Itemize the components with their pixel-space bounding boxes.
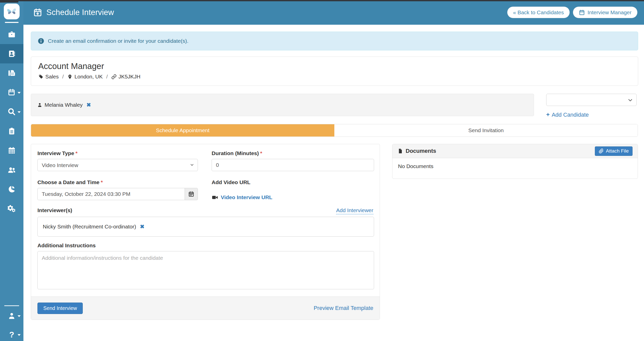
documents-card: Documents Attach File No Documents bbox=[392, 144, 638, 179]
user-icon bbox=[37, 102, 42, 107]
video-url-label: Add Video URL bbox=[212, 179, 250, 185]
datetime-calendar-button[interactable] bbox=[185, 188, 198, 200]
job-card: Account Manager Sales / London, UK / bbox=[31, 57, 638, 86]
send-interview-button[interactable]: Send Interview bbox=[37, 303, 83, 314]
header-buttons: « Back to Candidates Interview Manager bbox=[507, 7, 637, 18]
sidebar-item-tasks[interactable] bbox=[0, 121, 23, 141]
top-strip-corner bbox=[0, 0, 18, 3]
sidebar: ? bbox=[0, 0, 23, 341]
documents-header: Documents Attach File bbox=[392, 144, 638, 158]
form-footer: Send Interview Preview Email Template bbox=[31, 296, 380, 320]
sidebar-item-contacts[interactable] bbox=[0, 160, 23, 180]
tab-send-invitation[interactable]: Send Invitation bbox=[334, 124, 638, 137]
meta-separator: / bbox=[61, 74, 65, 80]
video-camera-icon bbox=[212, 194, 218, 201]
interview-manager-button[interactable]: Interview Manager bbox=[573, 7, 637, 18]
info-alert: Create an email confirmation or invite f… bbox=[31, 32, 638, 50]
meta-separator: / bbox=[105, 74, 109, 80]
job-department: Sales bbox=[38, 74, 59, 80]
chevron-down-icon bbox=[18, 92, 21, 94]
sidebar-item-settings[interactable] bbox=[0, 199, 23, 218]
contact-card-icon bbox=[7, 49, 16, 58]
users-icon bbox=[7, 166, 16, 174]
attach-file-button[interactable]: Attach File bbox=[595, 146, 633, 156]
chevron-down-icon bbox=[18, 334, 21, 336]
interviewer-name: Nicky Smith (Recruitment Co-ordinator) bbox=[43, 224, 136, 230]
butterfly-logo-icon bbox=[4, 4, 20, 19]
instructions-label: Additional Instructions bbox=[37, 242, 96, 249]
briefcase-icon bbox=[7, 30, 16, 39]
info-circle-icon bbox=[38, 38, 44, 44]
selected-candidates-panel: Melania Whaley ✖ bbox=[31, 94, 534, 116]
required-asterisk: * bbox=[101, 179, 103, 185]
documents-title-group: Documents bbox=[398, 148, 436, 154]
top-strip bbox=[0, 0, 644, 1]
job-meta: Sales / London, UK / JK5JKJH bbox=[38, 74, 631, 80]
info-alert-text: Create an email confirmation or invite f… bbox=[48, 38, 188, 44]
calendar-plus-icon bbox=[33, 8, 42, 17]
calendar-icon bbox=[579, 9, 585, 16]
map-marker-icon bbox=[67, 74, 73, 79]
tag-icon bbox=[38, 74, 44, 79]
job-title: Account Manager bbox=[38, 61, 631, 71]
documents-empty-text: No Documents bbox=[392, 158, 638, 174]
interviewer-box[interactable]: Nicky Smith (Recruitment Co-ordinator) ✖ bbox=[37, 217, 374, 237]
chevron-down-icon bbox=[18, 111, 21, 113]
duration-input[interactable] bbox=[212, 159, 374, 171]
calendar-menu-icon bbox=[7, 88, 16, 97]
sidebar-item-jobs[interactable] bbox=[0, 25, 23, 44]
sidebar-divider bbox=[4, 305, 19, 306]
duration-label: Duration (Minutes)* bbox=[212, 150, 262, 156]
link-icon bbox=[111, 74, 117, 79]
chevron-down-icon bbox=[18, 315, 21, 317]
candidate-chip: Melania Whaley ✖ bbox=[37, 102, 91, 108]
plus-icon: + bbox=[546, 111, 550, 118]
sidebar-item-reports[interactable] bbox=[0, 180, 23, 199]
page-title: Schedule Interview bbox=[46, 8, 114, 17]
remove-interviewer-icon[interactable]: ✖ bbox=[140, 224, 144, 230]
interview-type-label: Interview Type* bbox=[37, 150, 78, 156]
instructions-textarea[interactable] bbox=[37, 251, 374, 289]
calendar-icon bbox=[188, 191, 194, 197]
header-title-group: Schedule Interview bbox=[33, 8, 114, 17]
sidebar-item-calendar-menu[interactable] bbox=[0, 83, 23, 102]
preview-email-template-link[interactable]: Preview Email Template bbox=[314, 305, 373, 311]
interviewer-chip: Nicky Smith (Recruitment Co-ordinator) ✖ bbox=[43, 224, 144, 230]
search-menu-icon bbox=[7, 107, 16, 116]
fax-icon bbox=[7, 69, 16, 77]
file-icon bbox=[398, 148, 403, 154]
interview-type-select-wrap: Video Interview bbox=[37, 159, 198, 171]
help-icon: ? bbox=[9, 330, 14, 339]
paperclip-icon bbox=[599, 148, 604, 154]
schedule-interview-page: ? Schedule Interview « Back to Candidate… bbox=[0, 0, 644, 341]
job-reference: JK5JKJH bbox=[111, 74, 140, 80]
candidate-name: Melania Whaley bbox=[45, 102, 83, 108]
sidebar-help-menu[interactable]: ? bbox=[0, 328, 23, 341]
sidebar-item-fax[interactable] bbox=[0, 63, 23, 83]
sidebar-item-calendar[interactable] bbox=[0, 141, 23, 160]
sidebar-user-menu[interactable] bbox=[0, 309, 23, 323]
add-candidate-link[interactable]: + Add Candidate bbox=[546, 111, 589, 118]
user-icon bbox=[8, 312, 16, 320]
datetime-input[interactable] bbox=[37, 188, 185, 200]
datetime-label: Choose a Date and Time* bbox=[37, 179, 103, 185]
app-logo[interactable] bbox=[0, 0, 23, 25]
add-interviewer-link[interactable]: Add Interviewer bbox=[336, 207, 373, 214]
chevron-down-icon bbox=[627, 97, 633, 103]
clipboard-icon bbox=[7, 127, 16, 135]
tab-bar: Schedule Appointment Send Invitation bbox=[31, 124, 638, 137]
sidebar-item-candidates[interactable] bbox=[0, 44, 23, 63]
datetime-input-group bbox=[37, 188, 198, 200]
tab-schedule-appointment[interactable]: Schedule Appointment bbox=[31, 124, 334, 137]
video-interview-url-link[interactable]: Video Interview URL bbox=[212, 194, 272, 201]
interviewers-label: Interviewer(s) bbox=[37, 207, 72, 213]
back-to-candidates-button[interactable]: « Back to Candidates bbox=[507, 7, 570, 18]
candidate-picker-select[interactable] bbox=[546, 94, 637, 106]
required-asterisk: * bbox=[260, 150, 262, 156]
calendar-grid-icon bbox=[7, 146, 16, 155]
page-header: Schedule Interview « Back to Candidates … bbox=[23, 0, 644, 25]
remove-candidate-icon[interactable]: ✖ bbox=[86, 102, 91, 108]
cogs-icon bbox=[7, 204, 16, 213]
interview-type-select[interactable]: Video Interview bbox=[37, 159, 198, 171]
sidebar-item-search-menu[interactable] bbox=[0, 102, 23, 121]
